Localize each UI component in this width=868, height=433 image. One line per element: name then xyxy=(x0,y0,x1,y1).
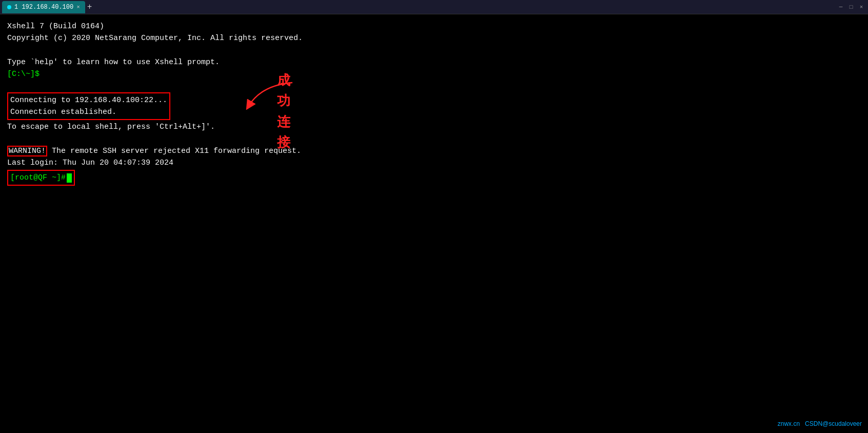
blank-line-2 xyxy=(7,80,861,92)
tab-indicator xyxy=(7,5,11,9)
window-controls: ─ □ × xyxy=(836,3,866,12)
tab-label: 1 192.168.40.100 xyxy=(14,4,73,11)
connecting-line: Connecting to 192.168.40.100:22... xyxy=(10,94,167,106)
warning-badge: WARNING! xyxy=(7,146,47,156)
remote-prompt-box: [root@QF ~]# xyxy=(7,170,75,186)
remote-prompt-text: [root@QF ~]# xyxy=(10,172,66,184)
warning-message: The remote SSH server rejected X11 forwa… xyxy=(47,147,301,155)
tab-close-icon[interactable]: × xyxy=(76,4,80,10)
watermark-site: znwx.cn xyxy=(778,420,800,427)
last-login-line: Last login: Thu Jun 20 04:07:39 2024 xyxy=(7,157,861,169)
maximize-button[interactable]: □ xyxy=(846,3,856,12)
terminal-area[interactable]: Xshell 7 (Build 0164) Copyright (c) 2020… xyxy=(0,14,868,433)
connecting-section: Connecting to 192.168.40.100:22... Conne… xyxy=(7,92,170,121)
cursor xyxy=(67,173,72,183)
copyright-line: Copyright (c) 2020 NetSarang Computer, I… xyxy=(7,32,861,44)
close-window-button[interactable]: × xyxy=(857,3,866,12)
blank-line-3 xyxy=(7,133,861,145)
minimize-button[interactable]: ─ xyxy=(836,3,845,12)
session-tab[interactable]: 1 192.168.40.100 × xyxy=(2,1,85,13)
help-hint-line: Type `help' to learn how to use Xshell p… xyxy=(7,56,861,68)
titlebar: 1 192.168.40.100 × + ─ □ × xyxy=(0,0,868,14)
local-prompt-line: [C:\~]$ xyxy=(7,68,861,80)
watermark-user: CSDN@scudaloveer xyxy=(805,420,862,427)
watermark: znwx.cn CSDN@scudaloveer xyxy=(778,419,862,429)
warning-line: WARNING! The remote SSH server rejected … xyxy=(7,145,861,157)
blank-line-1 xyxy=(7,45,861,56)
connection-established-line: Connection established. xyxy=(10,106,167,118)
xshell-version-line: Xshell 7 (Build 0164) xyxy=(7,21,861,32)
add-tab-button[interactable]: + xyxy=(87,3,92,12)
escape-hint-line: To escape to local shell, press 'Ctrl+Al… xyxy=(7,121,861,133)
